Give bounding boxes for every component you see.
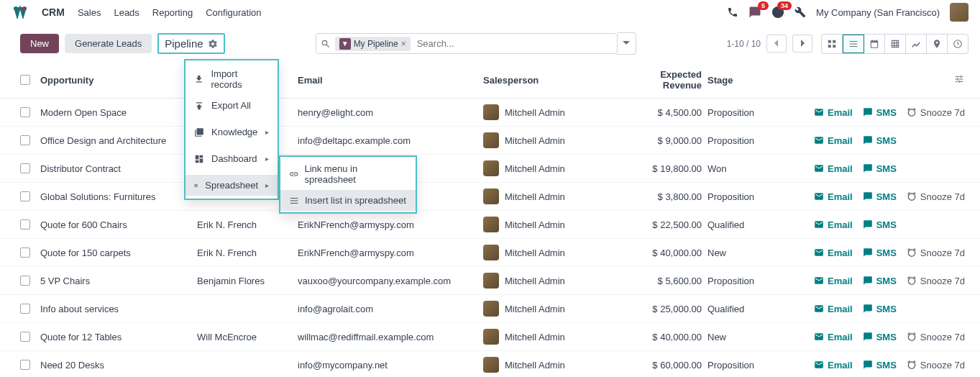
view-kanban[interactable] bbox=[822, 35, 843, 53]
sms-button[interactable]: SMS bbox=[863, 107, 897, 118]
new-button[interactable]: New bbox=[20, 34, 59, 53]
filter-chip[interactable]: ▼ My Pipeline × bbox=[335, 37, 411, 51]
email-button[interactable]: Email bbox=[814, 219, 853, 230]
cell-opportunity: Quote for 600 Chairs bbox=[40, 219, 197, 230]
col-salesperson[interactable]: Salesperson bbox=[483, 75, 627, 86]
sms-button[interactable]: SMS bbox=[863, 360, 897, 371]
activities-badge: 34 bbox=[777, 1, 792, 10]
col-email[interactable]: Email bbox=[298, 75, 483, 86]
close-icon[interactable]: × bbox=[401, 39, 406, 49]
snooze-button[interactable]: Snooze 7d bbox=[907, 360, 965, 371]
view-list[interactable] bbox=[843, 35, 864, 53]
menu-export-all[interactable]: Export All bbox=[186, 95, 278, 116]
opportunity-table: Opportunity Contact Name Email Salespers… bbox=[0, 62, 980, 377]
table-row[interactable]: Quote for 12 Tables Will McEncroe willma… bbox=[0, 323, 980, 351]
row-checkbox[interactable] bbox=[20, 276, 30, 286]
col-stage[interactable]: Stage bbox=[702, 75, 766, 86]
breadcrumb[interactable]: Pipeline bbox=[157, 33, 224, 54]
row-checkbox[interactable] bbox=[20, 247, 30, 258]
sms-button[interactable]: SMS bbox=[863, 247, 897, 258]
column-settings-icon[interactable] bbox=[954, 74, 964, 84]
table-row[interactable]: Info about services info@agrolait.com Mi… bbox=[0, 295, 980, 323]
salesperson-avatar bbox=[483, 301, 499, 317]
table-row[interactable]: 5 VP Chairs Benjamin Flores vauxoo@yourc… bbox=[0, 267, 980, 295]
menu-spreadsheet[interactable]: Spreadsheet▸ bbox=[186, 175, 278, 196]
generate-leads-button[interactable]: Generate Leads bbox=[65, 34, 152, 53]
snooze-button[interactable]: Snooze 7d bbox=[907, 332, 965, 342]
email-button[interactable]: Email bbox=[814, 247, 853, 258]
app-name[interactable]: CRM bbox=[42, 6, 65, 18]
submenu-link-menu[interactable]: Link menu in spreadsheet bbox=[280, 158, 416, 190]
email-button[interactable]: Email bbox=[814, 107, 853, 118]
sms-button[interactable]: SMS bbox=[863, 332, 897, 342]
table-row[interactable]: Global Solutions: Furnitures Robin Smith… bbox=[0, 183, 980, 211]
search-dropdown-toggle[interactable] bbox=[617, 32, 636, 55]
row-checkbox[interactable] bbox=[20, 219, 30, 230]
email-button[interactable]: Email bbox=[814, 332, 853, 342]
search-input[interactable] bbox=[415, 36, 613, 51]
table-row[interactable]: Distributor Contract Mitchell Admin $ 19… bbox=[0, 155, 980, 183]
view-pivot[interactable] bbox=[885, 35, 906, 53]
pager-counter[interactable]: 1-10 / 10 bbox=[727, 39, 761, 49]
cell-revenue: $ 3,800.00 bbox=[627, 191, 702, 202]
email-button[interactable]: Email bbox=[814, 304, 853, 314]
view-activity[interactable] bbox=[948, 35, 968, 53]
col-revenue[interactable]: Expected Revenue bbox=[627, 69, 702, 91]
sms-button[interactable]: SMS bbox=[863, 304, 897, 314]
gear-icon[interactable] bbox=[208, 39, 218, 49]
table-row[interactable]: Modern Open Space henry@elight.com Mitch… bbox=[0, 99, 980, 127]
email-button[interactable]: Email bbox=[814, 191, 853, 202]
row-checkbox[interactable] bbox=[20, 360, 30, 370]
col-opportunity[interactable]: Opportunity bbox=[40, 75, 197, 86]
email-button[interactable]: Email bbox=[814, 360, 853, 371]
search-bar[interactable]: ▼ My Pipeline × bbox=[316, 33, 618, 54]
table-row[interactable]: Quote for 150 carpets Erik N. French Eri… bbox=[0, 239, 980, 267]
table-row[interactable]: Office Design and Architecture info@delt… bbox=[0, 127, 980, 155]
menu-knowledge[interactable]: Knowledge▸ bbox=[186, 122, 278, 142]
view-calendar[interactable] bbox=[864, 35, 885, 53]
nav-leads[interactable]: Leads bbox=[114, 7, 139, 18]
table-row[interactable]: Quote for 600 Chairs Erik N. French Erik… bbox=[0, 211, 980, 239]
menu-import-records[interactable]: Import records bbox=[186, 63, 278, 95]
pager-next[interactable] bbox=[792, 35, 812, 53]
sms-button[interactable]: SMS bbox=[863, 276, 897, 286]
table-row[interactable]: Need 20 Desks info@mycompany.net Mitchel… bbox=[0, 351, 980, 377]
pager-prev[interactable] bbox=[766, 35, 787, 53]
row-checkbox[interactable] bbox=[20, 163, 30, 173]
view-map[interactable] bbox=[927, 35, 948, 53]
messages-icon[interactable]: 5 bbox=[748, 6, 761, 19]
email-button[interactable]: Email bbox=[814, 135, 853, 146]
select-all-checkbox[interactable] bbox=[20, 75, 30, 85]
row-checkbox[interactable] bbox=[20, 304, 30, 314]
snooze-button[interactable]: Snooze 7d bbox=[907, 191, 965, 202]
email-button[interactable]: Email bbox=[814, 163, 853, 174]
user-avatar[interactable] bbox=[950, 3, 968, 22]
snooze-button[interactable]: Snooze 7d bbox=[907, 276, 965, 286]
sms-button[interactable]: SMS bbox=[863, 135, 897, 146]
nav-reporting[interactable]: Reporting bbox=[152, 7, 193, 18]
row-checkbox[interactable] bbox=[20, 107, 30, 117]
snooze-button[interactable]: Snooze 7d bbox=[907, 107, 965, 118]
nav-sales[interactable]: Sales bbox=[78, 7, 101, 18]
view-graph[interactable] bbox=[906, 35, 927, 53]
nav-configuration[interactable]: Configuration bbox=[206, 7, 261, 18]
sms-button[interactable]: SMS bbox=[863, 191, 897, 202]
phone-icon[interactable] bbox=[727, 6, 738, 18]
salesperson-avatar bbox=[483, 245, 499, 260]
submenu-insert-list[interactable]: Insert list in spreadsheet bbox=[280, 190, 416, 211]
cell-email: ErikNFrench@armyspy.com bbox=[298, 247, 483, 258]
company-selector[interactable]: My Company (San Francisco) bbox=[816, 7, 940, 18]
cell-contact: Benjamin Flores bbox=[197, 276, 298, 286]
activities-icon[interactable]: 34 bbox=[771, 6, 784, 19]
snooze-button[interactable]: Snooze 7d bbox=[907, 247, 965, 258]
sms-button[interactable]: SMS bbox=[863, 163, 897, 174]
sms-button[interactable]: SMS bbox=[863, 219, 897, 230]
row-checkbox[interactable] bbox=[20, 191, 30, 201]
row-checkbox[interactable] bbox=[20, 332, 30, 342]
row-checkbox[interactable] bbox=[20, 135, 30, 145]
menu-dashboard[interactable]: Dashboard▸ bbox=[186, 148, 278, 169]
cell-salesperson: Mitchell Admin bbox=[483, 273, 627, 289]
cell-revenue: $ 40,000.00 bbox=[627, 332, 702, 342]
email-button[interactable]: Email bbox=[814, 276, 853, 286]
debug-icon[interactable] bbox=[794, 6, 806, 18]
